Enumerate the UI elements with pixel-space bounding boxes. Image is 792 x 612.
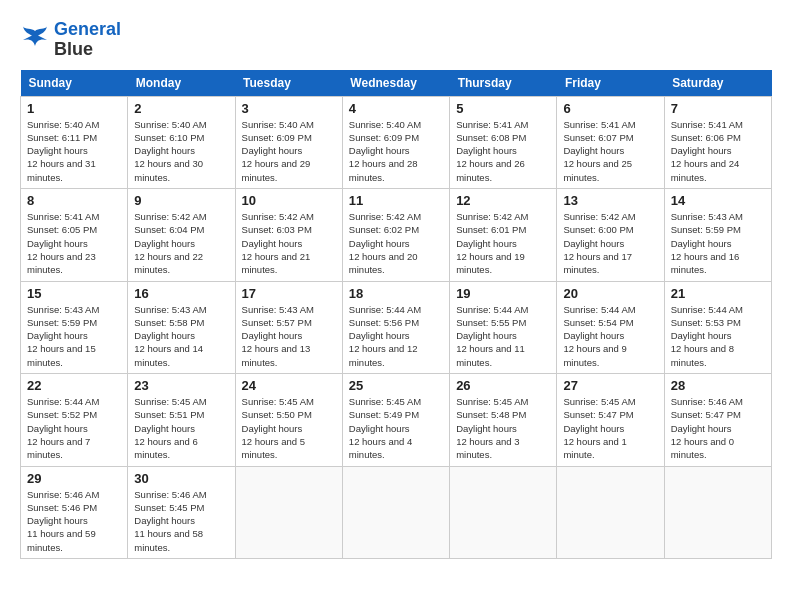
day-info: Sunrise: 5:44 AMSunset: 5:54 PMDaylight … (563, 303, 657, 369)
table-row: 21Sunrise: 5:44 AMSunset: 5:53 PMDayligh… (664, 281, 771, 373)
day-info: Sunrise: 5:41 AMSunset: 6:06 PMDaylight … (671, 118, 765, 184)
day-info: Sunrise: 5:42 AMSunset: 6:01 PMDaylight … (456, 210, 550, 276)
day-info: Sunrise: 5:42 AMSunset: 6:03 PMDaylight … (242, 210, 336, 276)
day-info: Sunrise: 5:44 AMSunset: 5:55 PMDaylight … (456, 303, 550, 369)
logo: General Blue (20, 20, 121, 60)
table-row (450, 466, 557, 558)
day-number: 11 (349, 193, 443, 208)
day-info: Sunrise: 5:45 AMSunset: 5:47 PMDaylight … (563, 395, 657, 461)
day-number: 18 (349, 286, 443, 301)
day-info: Sunrise: 5:41 AMSunset: 6:05 PMDaylight … (27, 210, 121, 276)
table-row (557, 466, 664, 558)
day-info: Sunrise: 5:43 AMSunset: 5:59 PMDaylight … (27, 303, 121, 369)
day-number: 3 (242, 101, 336, 116)
col-monday: Monday (128, 70, 235, 97)
day-number: 6 (563, 101, 657, 116)
table-row: 26Sunrise: 5:45 AMSunset: 5:48 PMDayligh… (450, 374, 557, 466)
day-info: Sunrise: 5:43 AMSunset: 5:57 PMDaylight … (242, 303, 336, 369)
table-row: 14Sunrise: 5:43 AMSunset: 5:59 PMDayligh… (664, 189, 771, 281)
table-row: 8Sunrise: 5:41 AMSunset: 6:05 PMDaylight… (21, 189, 128, 281)
calendar-table: Sunday Monday Tuesday Wednesday Thursday… (20, 70, 772, 559)
day-number: 10 (242, 193, 336, 208)
day-number: 16 (134, 286, 228, 301)
col-friday: Friday (557, 70, 664, 97)
day-info: Sunrise: 5:44 AMSunset: 5:56 PMDaylight … (349, 303, 443, 369)
table-row: 7Sunrise: 5:41 AMSunset: 6:06 PMDaylight… (664, 96, 771, 188)
table-row: 23Sunrise: 5:45 AMSunset: 5:51 PMDayligh… (128, 374, 235, 466)
day-info: Sunrise: 5:40 AMSunset: 6:11 PMDaylight … (27, 118, 121, 184)
day-number: 26 (456, 378, 550, 393)
day-number: 1 (27, 101, 121, 116)
day-number: 24 (242, 378, 336, 393)
col-tuesday: Tuesday (235, 70, 342, 97)
table-row: 30Sunrise: 5:46 AMSunset: 5:45 PMDayligh… (128, 466, 235, 558)
day-number: 8 (27, 193, 121, 208)
table-row (235, 466, 342, 558)
table-row: 5Sunrise: 5:41 AMSunset: 6:08 PMDaylight… (450, 96, 557, 188)
calendar-week-row: 22Sunrise: 5:44 AMSunset: 5:52 PMDayligh… (21, 374, 772, 466)
day-info: Sunrise: 5:40 AMSunset: 6:10 PMDaylight … (134, 118, 228, 184)
day-number: 17 (242, 286, 336, 301)
col-saturday: Saturday (664, 70, 771, 97)
day-info: Sunrise: 5:46 AMSunset: 5:47 PMDaylight … (671, 395, 765, 461)
weekday-header-row: Sunday Monday Tuesday Wednesday Thursday… (21, 70, 772, 97)
day-number: 9 (134, 193, 228, 208)
table-row: 15Sunrise: 5:43 AMSunset: 5:59 PMDayligh… (21, 281, 128, 373)
col-thursday: Thursday (450, 70, 557, 97)
table-row: 1Sunrise: 5:40 AMSunset: 6:11 PMDaylight… (21, 96, 128, 188)
day-number: 21 (671, 286, 765, 301)
table-row: 10Sunrise: 5:42 AMSunset: 6:03 PMDayligh… (235, 189, 342, 281)
day-number: 19 (456, 286, 550, 301)
day-info: Sunrise: 5:45 AMSunset: 5:49 PMDaylight … (349, 395, 443, 461)
day-info: Sunrise: 5:45 AMSunset: 5:51 PMDaylight … (134, 395, 228, 461)
day-info: Sunrise: 5:40 AMSunset: 6:09 PMDaylight … (242, 118, 336, 184)
day-info: Sunrise: 5:42 AMSunset: 6:04 PMDaylight … (134, 210, 228, 276)
day-info: Sunrise: 5:41 AMSunset: 6:07 PMDaylight … (563, 118, 657, 184)
day-number: 29 (27, 471, 121, 486)
day-info: Sunrise: 5:42 AMSunset: 6:00 PMDaylight … (563, 210, 657, 276)
table-row: 12Sunrise: 5:42 AMSunset: 6:01 PMDayligh… (450, 189, 557, 281)
day-number: 7 (671, 101, 765, 116)
table-row: 11Sunrise: 5:42 AMSunset: 6:02 PMDayligh… (342, 189, 449, 281)
table-row: 22Sunrise: 5:44 AMSunset: 5:52 PMDayligh… (21, 374, 128, 466)
table-row: 3Sunrise: 5:40 AMSunset: 6:09 PMDaylight… (235, 96, 342, 188)
day-info: Sunrise: 5:43 AMSunset: 5:59 PMDaylight … (671, 210, 765, 276)
table-row: 25Sunrise: 5:45 AMSunset: 5:49 PMDayligh… (342, 374, 449, 466)
table-row: 24Sunrise: 5:45 AMSunset: 5:50 PMDayligh… (235, 374, 342, 466)
day-number: 13 (563, 193, 657, 208)
table-row: 17Sunrise: 5:43 AMSunset: 5:57 PMDayligh… (235, 281, 342, 373)
col-wednesday: Wednesday (342, 70, 449, 97)
day-info: Sunrise: 5:46 AMSunset: 5:46 PMDaylight … (27, 488, 121, 554)
col-sunday: Sunday (21, 70, 128, 97)
day-number: 5 (456, 101, 550, 116)
day-number: 14 (671, 193, 765, 208)
day-number: 30 (134, 471, 228, 486)
day-info: Sunrise: 5:44 AMSunset: 5:52 PMDaylight … (27, 395, 121, 461)
day-info: Sunrise: 5:44 AMSunset: 5:53 PMDaylight … (671, 303, 765, 369)
day-number: 12 (456, 193, 550, 208)
day-number: 22 (27, 378, 121, 393)
day-info: Sunrise: 5:41 AMSunset: 6:08 PMDaylight … (456, 118, 550, 184)
day-info: Sunrise: 5:40 AMSunset: 6:09 PMDaylight … (349, 118, 443, 184)
table-row: 19Sunrise: 5:44 AMSunset: 5:55 PMDayligh… (450, 281, 557, 373)
table-row: 27Sunrise: 5:45 AMSunset: 5:47 PMDayligh… (557, 374, 664, 466)
table-row: 6Sunrise: 5:41 AMSunset: 6:07 PMDaylight… (557, 96, 664, 188)
calendar-week-row: 29Sunrise: 5:46 AMSunset: 5:46 PMDayligh… (21, 466, 772, 558)
day-number: 25 (349, 378, 443, 393)
calendar-week-row: 8Sunrise: 5:41 AMSunset: 6:05 PMDaylight… (21, 189, 772, 281)
page-header: General Blue (20, 20, 772, 60)
day-info: Sunrise: 5:45 AMSunset: 5:48 PMDaylight … (456, 395, 550, 461)
day-info: Sunrise: 5:46 AMSunset: 5:45 PMDaylight … (134, 488, 228, 554)
logo-icon (20, 25, 50, 55)
day-number: 2 (134, 101, 228, 116)
day-info: Sunrise: 5:45 AMSunset: 5:50 PMDaylight … (242, 395, 336, 461)
table-row: 2Sunrise: 5:40 AMSunset: 6:10 PMDaylight… (128, 96, 235, 188)
day-info: Sunrise: 5:43 AMSunset: 5:58 PMDaylight … (134, 303, 228, 369)
day-info: Sunrise: 5:42 AMSunset: 6:02 PMDaylight … (349, 210, 443, 276)
table-row: 4Sunrise: 5:40 AMSunset: 6:09 PMDaylight… (342, 96, 449, 188)
logo-text: General Blue (54, 20, 121, 60)
day-number: 27 (563, 378, 657, 393)
table-row: 29Sunrise: 5:46 AMSunset: 5:46 PMDayligh… (21, 466, 128, 558)
table-row (664, 466, 771, 558)
calendar-week-row: 15Sunrise: 5:43 AMSunset: 5:59 PMDayligh… (21, 281, 772, 373)
